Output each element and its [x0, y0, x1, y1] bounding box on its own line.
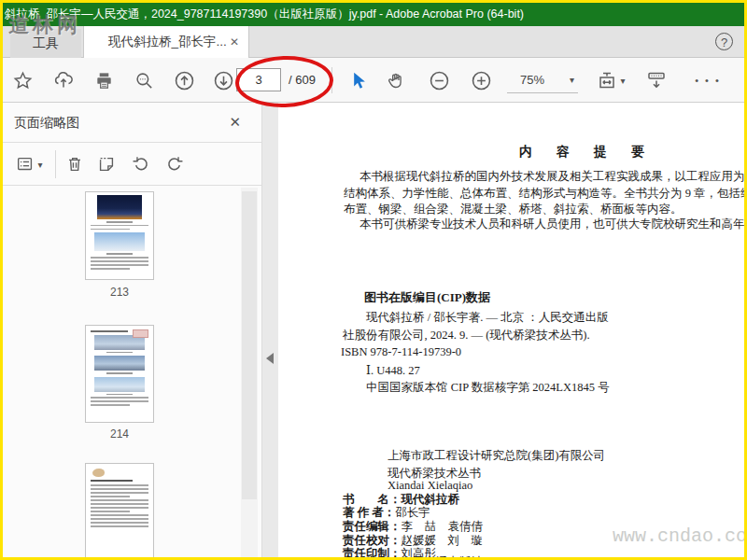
favorite-star-icon[interactable]: [8, 66, 36, 94]
thumbnail-text-line: [91, 257, 148, 259]
thumbnail-photo: [94, 232, 145, 251]
close-panel-icon[interactable]: ✕: [229, 103, 241, 142]
thumbnail-text-line: [91, 488, 148, 490]
print-icon[interactable]: [90, 66, 118, 94]
search-icon[interactable]: [130, 66, 158, 94]
panel-toolbar-divider: [55, 150, 56, 178]
doc-cip-line: 中国国家版本馆 CIP 数据核字第 2024LX1845 号: [366, 380, 610, 396]
doc-summary-title: 内 容 提 要: [519, 144, 650, 161]
rotate-right-icon[interactable]: [161, 150, 189, 178]
doc-cip-line: 现代斜拉桥 / 邵长宇著. — 北京 ：人民交通出版: [366, 310, 609, 326]
page-number-input[interactable]: [236, 68, 281, 91]
thumbnail-text-line: [91, 400, 148, 402]
page-fit-dropdown[interactable]: ▾: [591, 66, 630, 94]
toolbar-divider: [331, 67, 332, 93]
bookinfo-label: 书 名：: [343, 493, 402, 506]
rotate-left-icon[interactable]: [127, 150, 155, 178]
chevron-down-icon: ▾: [570, 67, 574, 92]
thumbnail-text-line: [91, 492, 148, 494]
thumbnail-header-box: [133, 329, 148, 338]
watermark-daolin: 道林网: [8, 11, 81, 39]
zoom-level-dropdown[interactable]: 75% ▾: [507, 67, 578, 93]
thumbnail-caption-line: [106, 394, 133, 396]
hide-toolbar-icon[interactable]: [642, 66, 670, 94]
thumbnail-photo: [94, 356, 145, 371]
thumbnail-text-line: [91, 525, 148, 527]
thumbnail-text-line: [91, 507, 148, 509]
more-tools-icon[interactable]: • • •: [692, 66, 724, 94]
thumbnail-caption-line: [106, 253, 133, 255]
thumbnail-text-line: [91, 514, 148, 516]
tab-close-icon[interactable]: ✕: [230, 26, 239, 58]
watermark-cndao: www.cndao.com: [613, 525, 744, 547]
thumbnail-text-line: [91, 518, 148, 520]
thumbnail-text-line: [91, 496, 130, 497]
screenshot-frame: 斜拉桥_邵长宇—人民交通，2024_9787114197390（出版社原版）jy…: [0, 0, 747, 560]
window-title: 斜拉桥_邵长宇—人民交通，2024_9787114197390（出版社原版）jy…: [5, 7, 524, 21]
tab-bar: 工具 现代斜拉桥_邵长宇... ✕ ?: [3, 26, 744, 58]
thumbnail-text-line: [91, 404, 130, 406]
doc-summary-line: 布置、钢梁、组合梁、混凝土梁、桥塔、斜拉索、桥面板等内容。: [344, 202, 683, 217]
thumbnail-page-214[interactable]: [85, 325, 154, 423]
help-glyph: ?: [721, 35, 727, 49]
thumbnail-text-line: [91, 503, 148, 505]
doc-publisher-line: Xiandai Xielaqiao: [388, 479, 472, 493]
delete-page-icon[interactable]: [61, 150, 89, 178]
bookinfo-label: 责任校对：: [343, 534, 402, 547]
zoom-out-icon[interactable]: [425, 66, 453, 94]
doc-cip-line: 社股份有限公司, 2024. 9. — (现代桥梁技术丛书).: [343, 328, 590, 343]
bookinfo-value: 赵媛媛 刘 璇: [402, 534, 484, 547]
thumbnail-photo: [94, 377, 145, 392]
scrollbar-thumb[interactable]: [242, 191, 257, 499]
chevron-down-icon: ▾: [37, 160, 42, 170]
thumbnail-caption-line: [106, 221, 133, 223]
document-page[interactable]: 内 容 提 要 本书根据现代斜拉桥的国内外技术发展及相关工程实践成果，以工程应用…: [278, 103, 744, 557]
thumbnail-text-line: [91, 397, 148, 399]
panel-options-icon[interactable]: ▾: [10, 150, 48, 178]
zoom-in-icon[interactable]: [467, 66, 495, 94]
thumbnail-text-line: [91, 522, 148, 524]
panel-toolbar: ▾: [3, 143, 261, 186]
select-tool-icon[interactable]: [344, 66, 372, 94]
thumbnail-text-line: [91, 229, 130, 231]
doc-cip-title: 图书在版编目(CIP)数据: [364, 289, 490, 306]
acrobat-window: 斜拉桥_邵长宇—人民交通，2024_9787114197390（出版社原版）jy…: [3, 3, 744, 557]
collapse-panel-icon[interactable]: [266, 353, 274, 364]
page-total-label: / 609: [289, 68, 316, 91]
thumbnail-page-partial[interactable]: [85, 463, 154, 557]
thumbnail-text-line: [91, 499, 148, 501]
thumbnail-caption-line: [106, 352, 133, 354]
panel-title: 页面缩略图: [14, 103, 79, 142]
help-icon[interactable]: ?: [715, 33, 733, 50]
panel-scrollbar[interactable]: [241, 188, 258, 557]
doc-cip-line: Ⅰ. U448. 27: [366, 363, 420, 378]
thumbnail-text-line: [91, 484, 148, 486]
next-page-icon[interactable]: [209, 66, 237, 94]
tab-document-label: 现代斜拉桥_邵长宇...: [108, 26, 227, 58]
panel-header: 页面缩略图 ✕: [3, 103, 261, 143]
tab-document[interactable]: 现代斜拉桥_邵长宇... ✕: [83, 26, 249, 58]
zoom-level-value: 75%: [520, 67, 544, 92]
main-toolbar: / 609 75% ▾: [3, 58, 744, 103]
thumbnail-caption-line: [106, 372, 133, 374]
share-icon[interactable]: [49, 66, 78, 94]
window-title-bar: 斜拉桥_邵长宇—人民交通，2024_9787114197390（出版社原版）jy…: [3, 3, 744, 26]
page-thumbnails-panel: 页面缩略图 ✕ ▾: [3, 103, 261, 557]
thumbnail-logo-stamp: [92, 469, 105, 477]
previous-page-icon[interactable]: [170, 66, 198, 94]
doc-publisher-line: 上海市政工程设计研究总院(集团)有限公司: [388, 448, 605, 464]
hand-tool-icon[interactable]: [382, 66, 410, 94]
main-region: 页面缩略图 ✕ ▾: [3, 103, 744, 557]
thumbnail-text-line: [91, 511, 130, 512]
extract-page-icon[interactable]: [92, 150, 120, 178]
bookinfo-label: 责任编辑：: [343, 520, 402, 533]
thumbnail-text-line: [91, 268, 130, 270]
thumbnail-page-label: 213: [85, 286, 154, 299]
bookinfo-value: 邵长宇: [395, 506, 430, 519]
thumbnail-page-213[interactable]: [85, 191, 154, 280]
thumbnail-text-line: [91, 260, 148, 262]
thumbnail-text-line: [91, 225, 148, 227]
doc-bookinfo-row: 出版发行：人民交通出版社: [343, 554, 483, 557]
panel-splitter[interactable]: [261, 103, 278, 557]
doc-summary-line: 本书根据现代斜拉桥的国内外技术发展及相关工程实践成果，以工程应用为导向，系统阐述: [359, 169, 744, 185]
